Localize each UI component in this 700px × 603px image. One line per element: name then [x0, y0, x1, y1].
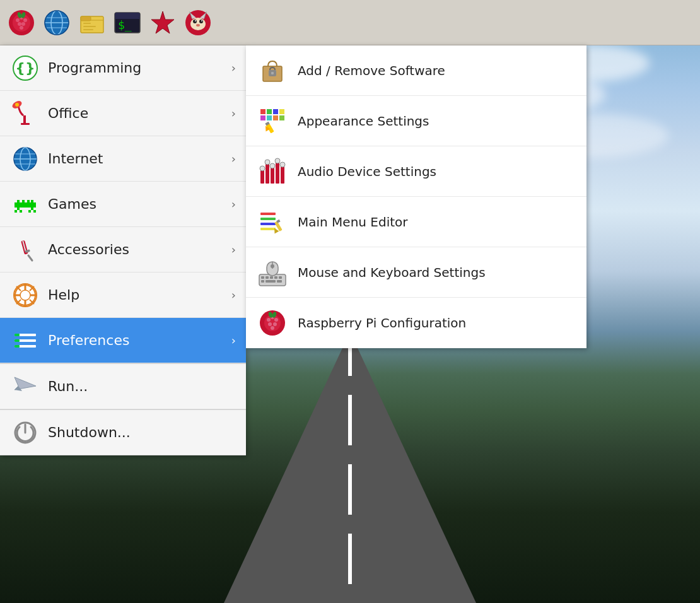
svg-point-102	[260, 166, 265, 171]
file-manager-icon[interactable]	[76, 6, 108, 39]
menu-item-accessories[interactable]: Accessories ›	[0, 227, 246, 272]
svg-rect-120	[261, 280, 264, 283]
svg-rect-110	[260, 228, 276, 230]
svg-rect-100	[276, 162, 279, 184]
svg-rect-48	[17, 200, 20, 202]
menu-item-help[interactable]: Help ›	[0, 272, 246, 318]
svg-rect-117	[270, 276, 273, 279]
wolf-browser-icon[interactable]	[182, 6, 214, 39]
svg-rect-62	[28, 210, 31, 213]
svg-rect-22	[115, 13, 140, 18]
svg-rect-99	[271, 167, 274, 184]
svg-rect-91	[267, 115, 272, 120]
svg-rect-58	[17, 208, 20, 210]
svg-rect-54	[33, 202, 36, 205]
games-label: Games	[48, 196, 231, 212]
svg-point-105	[275, 158, 280, 163]
mathematica-icon[interactable]	[146, 6, 179, 39]
internet-label: Internet	[48, 151, 231, 167]
svg-rect-49	[22, 200, 25, 202]
add-remove-label: Add / Remove Software	[298, 63, 445, 78]
svg-rect-101	[281, 166, 284, 184]
svg-rect-60	[15, 210, 17, 213]
mouse-keyboard-label: Mouse and Keyboard Settings	[298, 265, 486, 280]
raspberry-config-label: Raspberry Pi Configuration	[298, 315, 466, 331]
menu-editor-icon	[256, 206, 289, 238]
terminal-icon[interactable]: $_	[111, 6, 144, 39]
submenu-item-menu-editor[interactable]: Main Menu Editor	[246, 197, 586, 247]
svg-rect-17	[81, 16, 91, 21]
svg-rect-20	[83, 29, 93, 30]
svg-rect-107	[260, 213, 276, 215]
svg-rect-109	[260, 223, 276, 225]
accessories-icon	[10, 235, 40, 265]
svg-rect-121	[265, 280, 276, 283]
audio-icon	[256, 155, 289, 188]
audio-label: Audio Device Settings	[298, 164, 436, 179]
svg-point-130	[274, 318, 278, 322]
main-menu: {} Programming › Office ›	[0, 45, 246, 455]
svg-rect-78	[15, 339, 20, 342]
svg-point-33	[199, 20, 203, 23]
help-label: Help	[48, 287, 231, 303]
svg-point-32	[193, 20, 197, 23]
submenu-item-add-remove[interactable]: Add / Remove Software	[246, 45, 586, 96]
menu-item-preferences[interactable]: Preferences ›	[0, 318, 246, 363]
programming-arrow: ›	[231, 61, 236, 74]
svg-text:{}: {}	[15, 60, 35, 76]
svg-rect-51	[31, 200, 33, 202]
menu-item-run[interactable]: Run...	[0, 364, 246, 409]
accessories-arrow: ›	[231, 243, 236, 256]
svg-point-3	[16, 18, 20, 22]
svg-point-34	[195, 20, 196, 21]
run-label: Run...	[48, 378, 236, 394]
svg-rect-61	[20, 210, 22, 213]
web-browser-icon[interactable]	[40, 6, 73, 39]
office-label: Office	[48, 105, 231, 121]
submenu-item-appearance[interactable]: Appearance Settings	[246, 96, 586, 146]
svg-rect-79	[15, 345, 20, 348]
raspberry-pi-icon[interactable]	[5, 6, 38, 39]
shutdown-icon	[10, 418, 40, 448]
appearance-label: Appearance Settings	[298, 114, 429, 129]
svg-point-73	[20, 290, 30, 300]
svg-rect-90	[260, 115, 265, 120]
run-icon	[10, 372, 40, 402]
programming-label: Programming	[48, 60, 231, 76]
help-arrow: ›	[231, 288, 236, 302]
svg-rect-57	[33, 205, 36, 208]
preferences-label: Preferences	[48, 332, 231, 348]
menu-item-games[interactable]: Games ›	[0, 182, 246, 227]
svg-text:$_: $_	[118, 18, 132, 32]
internet-icon	[10, 144, 40, 174]
menu-item-shutdown[interactable]: Shutdown...	[0, 410, 246, 455]
svg-rect-18	[83, 23, 91, 24]
svg-rect-122	[277, 280, 282, 283]
menu-item-office[interactable]: Office ›	[0, 91, 246, 136]
svg-rect-87	[267, 109, 272, 114]
submenu-item-audio[interactable]: Audio Device Settings	[246, 146, 586, 197]
svg-rect-88	[273, 109, 278, 114]
svg-point-133	[271, 326, 274, 330]
menu-item-programming[interactable]: {} Programming ›	[0, 45, 246, 91]
svg-point-132	[273, 322, 277, 326]
submenu-item-raspberry-config[interactable]: Raspberry Pi Configuration	[246, 298, 586, 348]
menu-item-internet[interactable]: Internet ›	[0, 136, 246, 182]
svg-rect-92	[273, 115, 278, 120]
internet-arrow: ›	[231, 152, 236, 165]
svg-rect-50	[27, 200, 30, 202]
svg-rect-93	[279, 115, 284, 120]
svg-point-104	[270, 163, 275, 168]
svg-point-35	[201, 20, 202, 21]
games-icon	[10, 189, 40, 220]
svg-point-103	[265, 160, 270, 165]
svg-rect-55	[15, 205, 17, 208]
svg-rect-119	[279, 276, 282, 279]
svg-rect-97	[260, 170, 264, 184]
appearance-icon	[256, 105, 289, 138]
svg-rect-118	[274, 276, 277, 279]
submenu-item-mouse-keyboard[interactable]: Mouse and Keyboard Settings	[246, 247, 586, 298]
svg-rect-77	[15, 334, 20, 336]
svg-point-7	[20, 26, 23, 30]
shutdown-label: Shutdown...	[48, 424, 236, 440]
